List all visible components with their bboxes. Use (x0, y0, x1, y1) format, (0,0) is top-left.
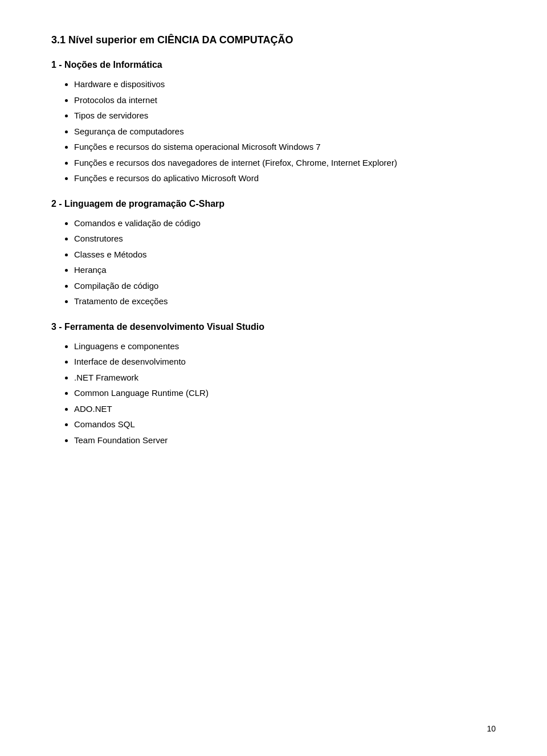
list-item: Team Foundation Server (74, 434, 496, 447)
list-item: Funções e recursos do aplicativo Microso… (74, 172, 496, 185)
list-item: Common Language Runtime (CLR) (74, 387, 496, 400)
list-item: Comandos SQL (74, 418, 496, 431)
section3: 3 - Ferramenta de desenvolvimento Visual… (51, 322, 496, 447)
list-item: Protocolos da internet (74, 94, 496, 107)
list-item: Comandos e validação de código (74, 217, 496, 230)
list-item: Construtores (74, 232, 496, 246)
page-number: 10 (487, 724, 496, 733)
list-item: Segurança de computadores (74, 125, 496, 138)
list-item: Classes e Métodos (74, 248, 496, 261)
list-item: Herança (74, 264, 496, 277)
section3-heading: 3 - Ferramenta de desenvolvimento Visual… (51, 322, 496, 332)
section1-list: Hardware e dispositivos Protocolos da in… (74, 78, 496, 185)
list-item: Interface de desenvolvimento (74, 355, 496, 369)
section2-heading: 2 - Linguagem de programação C-Sharp (51, 199, 496, 209)
section1-heading: 1 - Noções de Informática (51, 60, 496, 70)
main-title: 3.1 Nível superior em CIÊNCIA DA COMPUTA… (51, 34, 496, 46)
list-item: Hardware e dispositivos (74, 78, 496, 91)
list-item: Tipos de servidores (74, 109, 496, 122)
section3-list: Linguagens e componentes Interface de de… (74, 340, 496, 447)
list-item: Linguagens e componentes (74, 340, 496, 353)
list-item: Funções e recursos do sistema operaciona… (74, 141, 496, 154)
list-item: Tratamento de exceções (74, 295, 496, 308)
page-container: 3.1 Nível superior em CIÊNCIA DA COMPUTA… (0, 0, 547, 756)
list-item: ADO.NET (74, 403, 496, 416)
list-item: Funções e recursos dos navegadores de in… (74, 157, 496, 170)
section1: 1 - Noções de Informática Hardware e dis… (51, 60, 496, 185)
section2: 2 - Linguagem de programação C-Sharp Com… (51, 199, 496, 308)
list-item: .NET Framework (74, 371, 496, 385)
section2-list: Comandos e validação de código Construto… (74, 217, 496, 308)
list-item: Compilação de código (74, 280, 496, 293)
